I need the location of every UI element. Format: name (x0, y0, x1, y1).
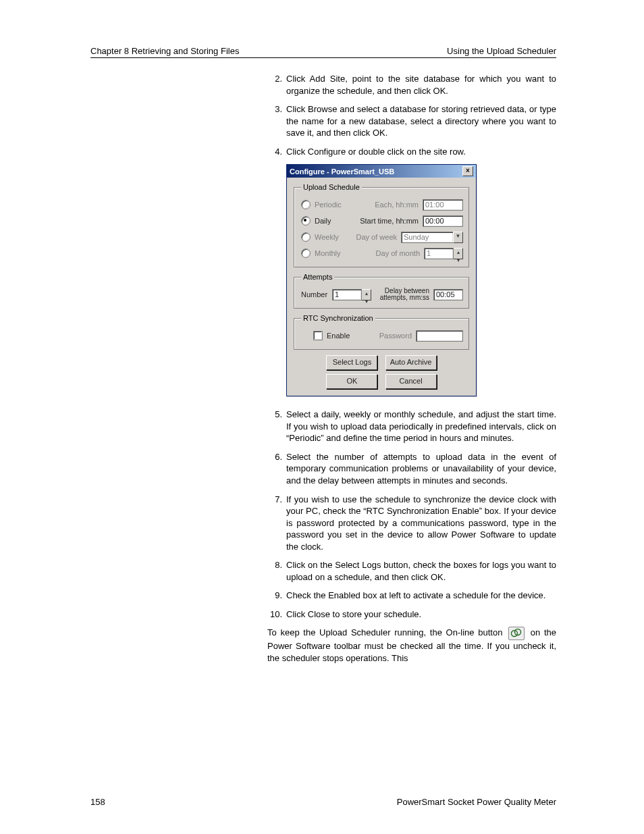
spinner-icon: ▴▾ (453, 248, 463, 259)
step-2: 2. Click Add Site, point to the site dat… (267, 73, 556, 97)
periodic-value: 01:00 (423, 199, 463, 211)
step-number: 3. (267, 103, 286, 139)
weekly-radio[interactable] (301, 232, 311, 242)
step-6: 6. Select the number of attempts to uplo… (267, 451, 556, 487)
step-10: 10. Click Close to store your schedule. (267, 608, 556, 621)
daily-label: Daily (315, 217, 352, 225)
step-number: 4. (267, 146, 286, 158)
attempts-legend: Attempts (301, 273, 334, 281)
header-left: Chapter 8 Retrieving and Storing Files (90, 46, 239, 56)
trailing-paragraph: To keep the Upload Scheduler running, th… (267, 627, 556, 664)
number-spin[interactable]: 1 (332, 289, 362, 301)
auto-archive-button[interactable]: Auto Archive (385, 355, 437, 370)
step-number: 10. (267, 608, 286, 621)
delay-input[interactable]: 00:05 (433, 289, 463, 301)
enable-label: Enable (327, 332, 360, 340)
online-toolbar-icon (508, 627, 525, 640)
step-text: Click Close to store your schedule. (286, 608, 556, 621)
step-4: 4. Click Configure or double click on th… (267, 146, 556, 158)
ok-button[interactable]: OK (326, 374, 377, 389)
page-footer: 158 PowerSmart Socket Power Quality Mete… (90, 797, 556, 807)
rtc-sync-group: RTC Synchronization Enable Password (294, 314, 469, 350)
delay-label: Delay between attempts, mm:ss (371, 288, 433, 302)
weekly-mid-label: Day of week (352, 233, 401, 241)
step-number: 9. (267, 590, 286, 602)
step-3: 3. Click Browse and select a database fo… (267, 103, 556, 139)
dialog-title: Configure - PowerSmart_USB (290, 167, 394, 176)
periodic-mid-label: Each, hh:mm (352, 201, 423, 209)
step-text: Select a daily, weekly or monthly schedu… (286, 409, 556, 444)
step-text: Select the number of attempts to upload … (286, 451, 556, 487)
daily-radio[interactable] (301, 216, 311, 226)
step-text: Click Add Site, point to the site databa… (286, 73, 556, 97)
step-number: 2. (267, 73, 286, 97)
step-text: If you wish to use the schedule to synch… (286, 494, 556, 553)
monthly-label: Monthly (315, 249, 352, 257)
periodic-label: Periodic (315, 201, 352, 209)
step-text: Click Browse and select a database for s… (286, 103, 556, 139)
attempts-group: Attempts Number 1▴▾ Delay between attemp… (294, 273, 469, 309)
password-input (416, 330, 463, 342)
monthly-value-spin: 1 (424, 248, 454, 259)
upload-schedule-group: Upload Schedule Periodic Each, hh:mm 01:… (294, 183, 469, 267)
step-text: Click Configure or double click on the s… (286, 146, 556, 158)
cancel-button[interactable]: Cancel (385, 374, 437, 389)
spinner-icon[interactable]: ▴▾ (361, 289, 371, 301)
rtc-legend: RTC Synchronization (301, 314, 375, 322)
step-number: 5. (267, 409, 286, 444)
page-number: 158 (90, 797, 105, 807)
dialog-titlebar: Configure - PowerSmart_USB × (287, 165, 476, 178)
step-number: 7. (267, 494, 286, 553)
number-label: Number (301, 290, 332, 298)
close-button[interactable]: × (462, 166, 473, 176)
step-number: 6. (267, 451, 286, 487)
step-text: Check the Enabled box at left to activat… (286, 590, 556, 602)
select-logs-button[interactable]: Select Logs (326, 355, 377, 370)
step-7: 7. If you wish to use the schedule to sy… (267, 494, 556, 553)
upload-schedule-legend: Upload Schedule (301, 183, 362, 191)
trailing-part1: To keep the Upload Scheduler running, th… (267, 628, 506, 638)
weekly-value-select: Sunday (401, 232, 454, 243)
header-right: Using the Upload Scheduler (447, 46, 556, 56)
step-number: 8. (267, 559, 286, 583)
daily-value-input[interactable]: 00:00 (423, 215, 463, 227)
chevron-down-icon: ▼ (453, 232, 463, 243)
page-header: Chapter 8 Retrieving and Storing Files U… (90, 46, 556, 58)
step-text: Click on the Select Logs button, check t… (286, 559, 556, 583)
configure-dialog: Configure - PowerSmart_USB × Upload Sche… (286, 164, 477, 396)
step-5: 5. Select a daily, weekly or monthly sch… (267, 409, 556, 444)
monthly-mid-label: Day of month (352, 249, 424, 257)
password-label: Password (360, 332, 416, 340)
step-9: 9. Check the Enabled box at left to acti… (267, 590, 556, 602)
monthly-radio[interactable] (301, 249, 311, 258)
periodic-radio[interactable] (301, 200, 311, 209)
weekly-label: Weekly (315, 233, 352, 241)
daily-mid-label: Start time, hh:mm (352, 217, 423, 225)
step-8: 8. Click on the Select Logs button, chec… (267, 559, 556, 583)
footer-title: PowerSmart Socket Power Quality Meter (397, 797, 556, 807)
enable-checkbox[interactable] (313, 331, 323, 340)
